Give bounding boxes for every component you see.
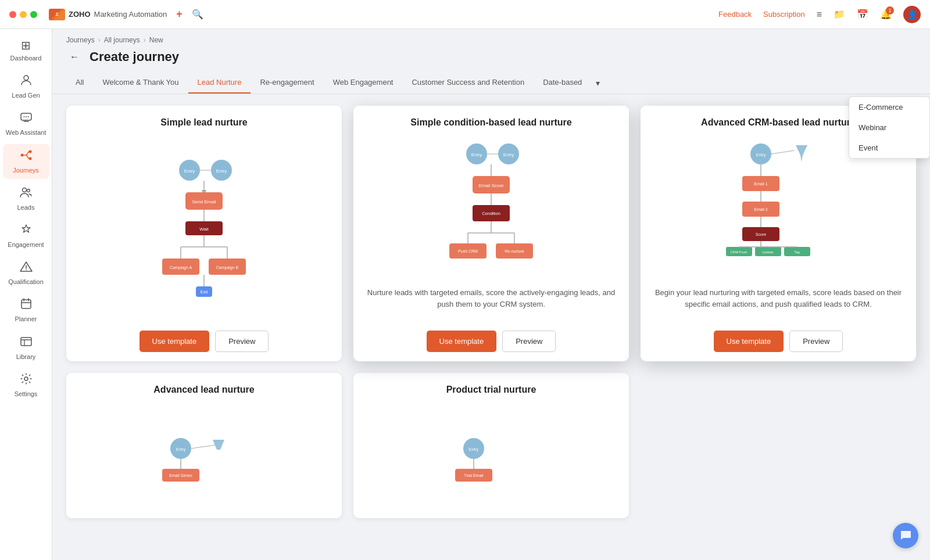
- tab-welcome[interactable]: Welcome & Thank You: [93, 72, 188, 94]
- svg-marker-62: [800, 155, 803, 162]
- sidebar-item-library[interactable]: Library: [3, 331, 49, 365]
- close-button[interactable]: [9, 11, 16, 18]
- svg-point-4: [27, 116, 28, 117]
- svg-text:Tag: Tag: [794, 250, 800, 254]
- breadcrumb-all-journeys[interactable]: All journeys: [104, 36, 140, 44]
- card-advanced-lead-nurture[interactable]: Advanced lead nurture Entry Email Series: [66, 373, 342, 518]
- card-simple-condition-based[interactable]: Simple condition-based lead nurture Entr…: [353, 106, 629, 361]
- svg-point-8: [22, 188, 26, 192]
- leads-icon: [20, 186, 33, 202]
- breadcrumb-new: New: [149, 36, 163, 44]
- sidebar-item-engagement[interactable]: Engagement: [3, 218, 49, 253]
- sidebar-label-journeys: Journeys: [13, 167, 39, 174]
- sidebar-label-planner: Planner: [15, 315, 37, 323]
- card-diagram-simple-lead-nurture: Entry Entry Send Email: [76, 135, 332, 324]
- page-title-row: ← Create journey: [66, 49, 916, 65]
- breadcrumb: Journeys › All journeys › New: [66, 36, 916, 44]
- menu-icon[interactable]: ≡: [817, 9, 822, 20]
- app-layout: ⊞ Dashboard Lead Gen Web Assistant Journ…: [0, 29, 930, 560]
- brand-logo: Z ZOHO Marketing Automation: [49, 9, 167, 20]
- dashboard-icon: ⊞: [21, 38, 31, 52]
- card-title-advanced-lead-nurture: Advanced lead nurture: [153, 385, 254, 395]
- sidebar-label-web-assistant: Web Assistant: [6, 129, 46, 137]
- sidebar-item-planner[interactable]: Planner: [3, 293, 49, 328]
- card-simple-lead-nurture[interactable]: Simple lead nurture Entry Entry: [66, 106, 342, 361]
- folder-icon[interactable]: 📁: [834, 9, 845, 20]
- svg-text:Email Series: Email Series: [169, 473, 192, 478]
- svg-text:Campaign A: Campaign A: [170, 265, 192, 270]
- svg-text:Condition: Condition: [482, 211, 500, 216]
- zoho-icon: Z: [49, 9, 65, 20]
- card-product-trial-nurture[interactable]: Product trial nurture Entry Trial Email: [353, 373, 629, 518]
- journeys-icon: [20, 149, 33, 164]
- sidebar: ⊞ Dashboard Lead Gen Web Assistant Journ…: [0, 29, 52, 560]
- svg-line-86: [191, 445, 216, 448]
- dropdown-item-webinar[interactable]: Webinar: [849, 117, 929, 138]
- main-content: Journeys › All journeys › New ← Create j…: [52, 29, 930, 560]
- tab-more-button[interactable]: ▾: [591, 73, 604, 94]
- card-preview-advanced-lead-nurture: Advanced lead nurture Entry Email Series: [66, 373, 342, 518]
- tab-web-engagement[interactable]: Web Engagement: [324, 72, 403, 94]
- minimize-button[interactable]: [20, 11, 27, 18]
- sidebar-item-dashboard[interactable]: ⊞ Dashboard: [3, 34, 49, 67]
- breadcrumb-journeys[interactable]: Journeys: [66, 36, 95, 44]
- sidebar-item-web-assistant[interactable]: Web Assistant: [3, 106, 49, 141]
- sidebar-label-qualification: Qualification: [8, 278, 44, 286]
- sidebar-item-journeys[interactable]: Journeys: [3, 144, 49, 179]
- sidebar-item-qualification[interactable]: Qualification: [3, 256, 49, 290]
- search-icon[interactable]: 🔍: [192, 9, 203, 20]
- page-header: Journeys › All journeys › New ← Create j…: [52, 29, 930, 72]
- sidebar-label-lead-gen: Lead Gen: [12, 92, 40, 99]
- use-template-button-advanced-crm-based[interactable]: Use template: [714, 331, 784, 352]
- subscription-link[interactable]: Subscription: [763, 10, 805, 19]
- card-diagram-simple-condition-based: Entry Entry Email Score Condition: [363, 135, 620, 280]
- svg-text:Entry: Entry: [471, 152, 482, 157]
- card-preview-simple-condition-based: Simple condition-based lead nurture Entr…: [353, 106, 629, 280]
- tab-lead-nurture[interactable]: Lead Nurture: [188, 72, 251, 94]
- back-button[interactable]: ←: [66, 49, 83, 65]
- avatar[interactable]: 👤: [903, 6, 921, 23]
- sidebar-label-leads: Leads: [17, 204, 35, 211]
- topbar-right: Feedback Subscription ≡ 📁 📅 🔔 1 👤: [718, 6, 921, 23]
- window-controls: [9, 11, 37, 18]
- dropdown-item-ecommerce[interactable]: E-Commerce: [849, 97, 929, 117]
- use-template-button-simple-lead-nurture[interactable]: Use template: [140, 331, 210, 352]
- calendar-icon[interactable]: 📅: [857, 9, 868, 20]
- feedback-link[interactable]: Feedback: [718, 10, 752, 19]
- dropdown-item-event[interactable]: Event: [849, 138, 929, 158]
- svg-text:Entry: Entry: [469, 447, 479, 452]
- tab-customer-success[interactable]: Customer Success and Retention: [402, 72, 534, 94]
- svg-text:Entry: Entry: [503, 152, 514, 157]
- tab-date-based[interactable]: Date-based: [534, 72, 591, 94]
- svg-point-3: [26, 116, 27, 117]
- add-button[interactable]: +: [176, 8, 183, 20]
- sidebar-label-settings: Settings: [15, 390, 38, 398]
- chat-bubble-button[interactable]: [893, 523, 918, 548]
- svg-text:Entry: Entry: [184, 168, 195, 174]
- sidebar-item-settings[interactable]: Settings: [3, 368, 49, 403]
- tabs-dropdown-menu: E-Commerce Webinar Event: [849, 96, 930, 159]
- qualification-icon: [20, 260, 33, 276]
- card-description-simple-condition-based: Nurture leads with targeted emails, scor…: [363, 287, 620, 310]
- preview-button-advanced-crm-based[interactable]: Preview: [789, 331, 843, 352]
- tab-reengagement[interactable]: Re-engagement: [251, 72, 323, 94]
- svg-rect-14: [21, 338, 31, 346]
- preview-button-simple-condition-based[interactable]: Preview: [502, 331, 556, 352]
- svg-text:Campaign B: Campaign B: [216, 265, 239, 270]
- svg-text:Email Score: Email Score: [478, 183, 504, 188]
- lead-gen-icon: [20, 74, 33, 89]
- card-body-simple-condition-based: Nurture leads with targeted emails, scor…: [353, 280, 629, 324]
- preview-button-simple-lead-nurture[interactable]: Preview: [215, 331, 269, 352]
- card-title-simple-condition-based: Simple condition-based lead nurture: [410, 117, 571, 128]
- settings-icon: [20, 372, 33, 388]
- sidebar-item-lead-gen[interactable]: Lead Gen: [3, 69, 49, 104]
- notification-icon[interactable]: 🔔 1: [880, 9, 892, 20]
- maximize-button[interactable]: [30, 11, 37, 18]
- sidebar-item-leads[interactable]: Leads: [3, 181, 49, 216]
- card-preview-product-trial-nurture: Product trial nurture Entry Trial Email: [353, 373, 629, 518]
- card-title-product-trial-nurture: Product trial nurture: [446, 385, 536, 395]
- tab-all[interactable]: All: [66, 72, 93, 94]
- svg-rect-13: [22, 300, 31, 308]
- card-title-advanced-crm-based: Advanced CRM-based lead nurture: [701, 117, 856, 128]
- use-template-button-simple-condition-based[interactable]: Use template: [427, 331, 497, 352]
